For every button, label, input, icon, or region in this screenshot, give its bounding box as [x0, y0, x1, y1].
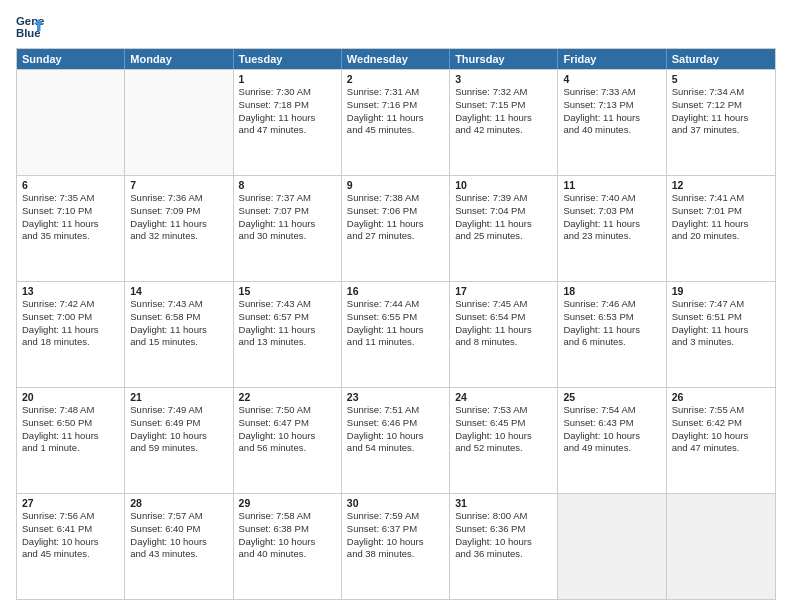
cell-info-line: Sunrise: 7:36 AM	[130, 192, 227, 205]
day-cell-8: 8Sunrise: 7:37 AMSunset: 7:07 PMDaylight…	[234, 176, 342, 281]
calendar-row-4: 27Sunrise: 7:56 AMSunset: 6:41 PMDayligh…	[17, 493, 775, 599]
weekday-header-saturday: Saturday	[667, 49, 775, 69]
day-cell-20: 20Sunrise: 7:48 AMSunset: 6:50 PMDayligh…	[17, 388, 125, 493]
cell-info-line: and 30 minutes.	[239, 230, 336, 243]
cell-info-line: Daylight: 11 hours	[455, 324, 552, 337]
day-cell-25: 25Sunrise: 7:54 AMSunset: 6:43 PMDayligh…	[558, 388, 666, 493]
day-number: 19	[672, 285, 770, 297]
day-cell-18: 18Sunrise: 7:46 AMSunset: 6:53 PMDayligh…	[558, 282, 666, 387]
logo: General Blue	[16, 12, 50, 40]
cell-info-line: Daylight: 11 hours	[22, 324, 119, 337]
cell-info-line: Sunrise: 7:41 AM	[672, 192, 770, 205]
cell-info-line: Sunset: 6:46 PM	[347, 417, 444, 430]
weekday-header-monday: Monday	[125, 49, 233, 69]
day-cell-30: 30Sunrise: 7:59 AMSunset: 6:37 PMDayligh…	[342, 494, 450, 599]
cell-info-line: Sunrise: 7:49 AM	[130, 404, 227, 417]
cell-info-line: Daylight: 11 hours	[455, 112, 552, 125]
cell-info-line: Daylight: 11 hours	[563, 112, 660, 125]
cell-info-line: Sunrise: 7:59 AM	[347, 510, 444, 523]
day-number: 20	[22, 391, 119, 403]
cell-info-line: Daylight: 11 hours	[672, 324, 770, 337]
day-cell-21: 21Sunrise: 7:49 AMSunset: 6:49 PMDayligh…	[125, 388, 233, 493]
cell-info-line: Sunrise: 7:39 AM	[455, 192, 552, 205]
day-cell-2: 2Sunrise: 7:31 AMSunset: 7:16 PMDaylight…	[342, 70, 450, 175]
cell-info-line: Daylight: 10 hours	[672, 430, 770, 443]
day-number: 7	[130, 179, 227, 191]
cell-info-line: Daylight: 10 hours	[347, 536, 444, 549]
cell-info-line: Daylight: 11 hours	[347, 112, 444, 125]
cell-info-line: and 32 minutes.	[130, 230, 227, 243]
day-cell-14: 14Sunrise: 7:43 AMSunset: 6:58 PMDayligh…	[125, 282, 233, 387]
day-cell-26: 26Sunrise: 7:55 AMSunset: 6:42 PMDayligh…	[667, 388, 775, 493]
calendar-row-0: 1Sunrise: 7:30 AMSunset: 7:18 PMDaylight…	[17, 69, 775, 175]
cell-info-line: Sunrise: 7:32 AM	[455, 86, 552, 99]
day-number: 22	[239, 391, 336, 403]
cell-info-line: and 52 minutes.	[455, 442, 552, 455]
empty-cell-0-1	[125, 70, 233, 175]
cell-info-line: Daylight: 11 hours	[347, 218, 444, 231]
day-cell-1: 1Sunrise: 7:30 AMSunset: 7:18 PMDaylight…	[234, 70, 342, 175]
day-number: 4	[563, 73, 660, 85]
day-cell-12: 12Sunrise: 7:41 AMSunset: 7:01 PMDayligh…	[667, 176, 775, 281]
cell-info-line: Sunset: 6:49 PM	[130, 417, 227, 430]
day-cell-10: 10Sunrise: 7:39 AMSunset: 7:04 PMDayligh…	[450, 176, 558, 281]
day-number: 2	[347, 73, 444, 85]
cell-info-line: and 49 minutes.	[563, 442, 660, 455]
day-number: 17	[455, 285, 552, 297]
calendar-row-2: 13Sunrise: 7:42 AMSunset: 7:00 PMDayligh…	[17, 281, 775, 387]
cell-info-line: Sunrise: 7:50 AM	[239, 404, 336, 417]
svg-text:Blue: Blue	[16, 27, 41, 39]
cell-info-line: and 18 minutes.	[22, 336, 119, 349]
cell-info-line: and 27 minutes.	[347, 230, 444, 243]
cell-info-line: and 6 minutes.	[563, 336, 660, 349]
day-cell-16: 16Sunrise: 7:44 AMSunset: 6:55 PMDayligh…	[342, 282, 450, 387]
day-cell-11: 11Sunrise: 7:40 AMSunset: 7:03 PMDayligh…	[558, 176, 666, 281]
cell-info-line: Sunset: 6:57 PM	[239, 311, 336, 324]
day-number: 10	[455, 179, 552, 191]
cell-info-line: Sunset: 6:47 PM	[239, 417, 336, 430]
cell-info-line: Daylight: 10 hours	[22, 536, 119, 549]
day-number: 5	[672, 73, 770, 85]
cell-info-line: Daylight: 11 hours	[239, 112, 336, 125]
cell-info-line: Sunset: 6:41 PM	[22, 523, 119, 536]
day-number: 26	[672, 391, 770, 403]
cell-info-line: Sunset: 7:18 PM	[239, 99, 336, 112]
day-cell-9: 9Sunrise: 7:38 AMSunset: 7:06 PMDaylight…	[342, 176, 450, 281]
cell-info-line: Daylight: 10 hours	[239, 536, 336, 549]
cell-info-line: and 13 minutes.	[239, 336, 336, 349]
calendar-body: 1Sunrise: 7:30 AMSunset: 7:18 PMDaylight…	[17, 69, 775, 599]
cell-info-line: Sunset: 6:40 PM	[130, 523, 227, 536]
cell-info-line: Daylight: 10 hours	[563, 430, 660, 443]
day-number: 14	[130, 285, 227, 297]
cell-info-line: and 45 minutes.	[347, 124, 444, 137]
cell-info-line: Sunrise: 7:58 AM	[239, 510, 336, 523]
cell-info-line: Daylight: 10 hours	[239, 430, 336, 443]
cell-info-line: Daylight: 11 hours	[239, 218, 336, 231]
cell-info-line: Sunset: 7:03 PM	[563, 205, 660, 218]
day-number: 15	[239, 285, 336, 297]
cell-info-line: Sunset: 6:55 PM	[347, 311, 444, 324]
cell-info-line: Sunrise: 7:40 AM	[563, 192, 660, 205]
cell-info-line: Sunrise: 7:57 AM	[130, 510, 227, 523]
cell-info-line: Daylight: 10 hours	[455, 430, 552, 443]
day-number: 30	[347, 497, 444, 509]
day-number: 28	[130, 497, 227, 509]
cell-info-line: and 47 minutes.	[239, 124, 336, 137]
cell-info-line: Sunset: 7:09 PM	[130, 205, 227, 218]
cell-info-line: Sunset: 6:38 PM	[239, 523, 336, 536]
empty-cell-4-6	[667, 494, 775, 599]
cell-info-line: Sunrise: 7:54 AM	[563, 404, 660, 417]
cell-info-line: Daylight: 11 hours	[672, 218, 770, 231]
cell-info-line: and 8 minutes.	[455, 336, 552, 349]
cell-info-line: Daylight: 10 hours	[130, 536, 227, 549]
day-cell-7: 7Sunrise: 7:36 AMSunset: 7:09 PMDaylight…	[125, 176, 233, 281]
cell-info-line: Sunset: 7:07 PM	[239, 205, 336, 218]
weekday-header-wednesday: Wednesday	[342, 49, 450, 69]
day-number: 3	[455, 73, 552, 85]
cell-info-line: and 43 minutes.	[130, 548, 227, 561]
cell-info-line: and 11 minutes.	[347, 336, 444, 349]
day-number: 9	[347, 179, 444, 191]
cell-info-line: Sunset: 6:43 PM	[563, 417, 660, 430]
day-cell-27: 27Sunrise: 7:56 AMSunset: 6:41 PMDayligh…	[17, 494, 125, 599]
cell-info-line: and 35 minutes.	[22, 230, 119, 243]
